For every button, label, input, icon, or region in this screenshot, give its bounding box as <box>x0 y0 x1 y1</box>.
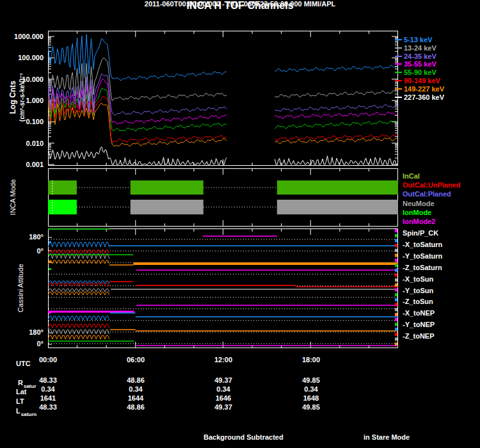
attitude-scale-label: 180° <box>29 328 44 336</box>
mode-y-axis-label: INCA Mode <box>9 179 17 215</box>
legend-item-attitude: -X_toSun <box>403 275 433 283</box>
table-cell: 49.85 <box>285 376 337 384</box>
legend-item-energy-channel: 227-360 keV <box>404 93 444 101</box>
legend-dash <box>395 80 402 81</box>
legend-dash <box>395 63 402 65</box>
legend-item-mode: NeuMode <box>403 200 435 207</box>
table-cell: 1644 <box>110 394 161 402</box>
table-cell: 0.34 <box>198 385 249 393</box>
table-cell: 48.33 <box>22 403 74 411</box>
footer-note-mode: in Stare Mode <box>364 433 410 441</box>
table-cell: 49.85 <box>285 403 337 411</box>
tof-ytick-label: 0.010 <box>26 140 44 147</box>
plot-canvas: INCA H TOF Channels 2011-060T00:00:00.00… <box>0 0 480 448</box>
legend-item-attitude: -Z_toNEP <box>403 332 435 340</box>
legend-item-attitude: -Y_toSaturn <box>403 252 442 260</box>
utc-tick-label: 12:00 <box>198 356 249 364</box>
tof-ytick-label: 0.100 <box>26 118 44 125</box>
legend-item-attitude: -X_toSaturn <box>403 241 442 248</box>
tof-y-axis-label: Log Cnts <box>8 81 17 114</box>
legend-item-energy-channel: 13-24 keV <box>404 44 436 52</box>
table-cell: 48.86 <box>110 376 161 384</box>
legend-item-mode: IonMode2 <box>403 218 435 225</box>
legend-item-mode: OutCal:UnPlaned <box>403 181 460 189</box>
legend-item-energy-channel: 90-149 keV <box>404 77 440 84</box>
legend-dash <box>395 39 402 40</box>
legend-item-attitude: -X_toNEP <box>403 309 435 317</box>
attitude-y-axis-label: Cassini Attitude <box>17 264 24 312</box>
table-cell: 0.34 <box>285 385 337 393</box>
table-cell: 1648 <box>285 394 337 402</box>
tof-flux-panel <box>48 31 398 166</box>
tof-ytick-label: 10.000 <box>22 76 44 83</box>
legend-dash <box>395 47 402 49</box>
legend-item-mode: IonMode <box>403 209 431 216</box>
legend-item-attitude: -Z_toSun <box>403 298 433 305</box>
table-cell: 49.37 <box>198 403 249 411</box>
legend-item-mode: InCal <box>403 172 420 180</box>
tof-ytick-label: 0.001 <box>26 161 44 168</box>
table-cell: 48.86 <box>110 403 161 411</box>
legend-dash <box>395 56 402 57</box>
tof-ytick-label: 1.000 <box>26 97 44 104</box>
legend-item-energy-channel: 35-55 keV <box>404 60 436 68</box>
tof-ytick-label: 100.000 <box>18 54 44 61</box>
utc-tick-label: 06:00 <box>110 356 161 364</box>
legend-item-attitude: -Y_toSun <box>403 287 433 294</box>
cassini-attitude-panel <box>48 228 398 348</box>
table-row-label-subscript: saturn <box>21 412 36 417</box>
legend-item-attitude: -Y_toNEP <box>403 321 435 328</box>
table-cell: 48.33 <box>22 376 74 384</box>
table-cell: 49.37 <box>198 376 249 384</box>
legend-item-energy-channel: 149-227 keV <box>404 85 444 93</box>
legend-item-energy-channel: 5-13 keV <box>404 36 433 44</box>
table-cell: 1641 <box>22 394 74 402</box>
inca-mode-panel <box>48 168 398 227</box>
attitude-scale-label: 180° <box>29 233 44 241</box>
legend-dash <box>395 97 402 98</box>
utc-tick-label: 18:00 <box>285 356 337 364</box>
table-cell: 0.34 <box>22 385 74 393</box>
legend-dash <box>395 88 402 90</box>
legend-item-attitude: -Z_toSaturn <box>403 264 442 271</box>
attitude-scale-label: 0° <box>36 247 44 255</box>
legend-item-energy-channel: 24-35 keV <box>404 52 436 60</box>
legend-item-attitude: Spin/P_CK <box>403 229 438 237</box>
tof-ytick-label: 1000.000 <box>14 33 44 40</box>
legend-dash <box>395 72 402 73</box>
attitude-scale-label: 0° <box>36 340 44 348</box>
time-range-subtitle: 2011-060T00:00:00.000 - 2011-060T23:59:0… <box>0 0 480 8</box>
table-cell: 0.34 <box>110 385 161 393</box>
footer-note-background: Background Subtracted <box>204 433 284 441</box>
legend-item-energy-channel: 55-90 keV <box>404 68 436 76</box>
table-cell: 1646 <box>198 394 249 402</box>
utc-tick-label: 00:00 <box>22 356 74 364</box>
legend-item-mode: OutCal:Planed <box>403 190 451 198</box>
